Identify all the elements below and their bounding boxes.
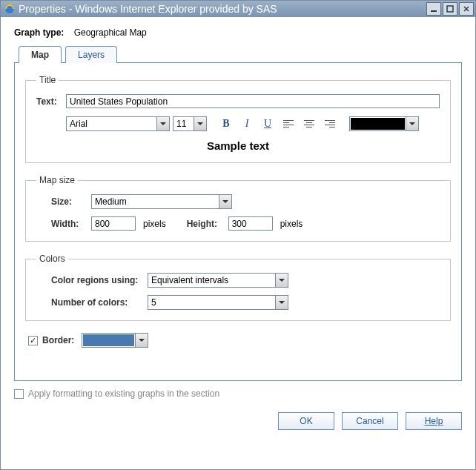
size-value: Medium <box>92 195 219 208</box>
tab-map[interactable]: Map <box>19 46 62 63</box>
maximize-button[interactable] <box>443 2 457 16</box>
properties-window: Properties - Windows Internet Explorer p… <box>0 0 476 470</box>
border-checkbox[interactable] <box>28 336 38 345</box>
font-size-value: 11 <box>173 117 194 130</box>
title-text-input[interactable] <box>66 94 440 108</box>
num-colors-select[interactable]: 5 <box>148 295 288 310</box>
align-right-icon <box>325 120 335 128</box>
map-size-legend: Map size <box>36 175 78 185</box>
ie-favicon <box>4 3 16 15</box>
size-label: Size: <box>51 196 91 207</box>
border-label: Border: <box>42 335 74 345</box>
color-regions-value: Equivalent intervals <box>148 274 275 287</box>
graph-type-label: Graph type: <box>14 27 64 38</box>
content-area: Graph type: Geographical Map Map Layers … <box>1 17 475 469</box>
align-center-button[interactable] <box>300 116 318 132</box>
apply-formatting-row: Apply formatting to existing graphs in t… <box>14 388 462 399</box>
svg-rect-1 <box>431 10 437 12</box>
num-colors-value: 5 <box>148 296 275 309</box>
align-right-button[interactable] <box>321 116 339 132</box>
graph-type-row: Graph type: Geographical Map <box>14 27 462 38</box>
chevron-down-icon <box>156 117 169 130</box>
sample-text: Sample text <box>36 139 440 152</box>
italic-button[interactable]: I <box>238 116 256 132</box>
title-fieldset: Title Text: Arial 11 <box>25 75 451 163</box>
align-left-icon <box>283 120 294 128</box>
map-size-fieldset: Map size Size: Medium Width: pixels Heig… <box>25 175 451 242</box>
colors-legend: Colors <box>36 254 68 264</box>
color-regions-label: Color regions using: <box>51 275 148 285</box>
border-row: Border: <box>28 333 451 348</box>
chevron-down-icon <box>275 274 288 287</box>
cancel-button[interactable]: Cancel <box>342 412 398 430</box>
font-size-select[interactable]: 11 <box>173 116 207 131</box>
size-select[interactable]: Medium <box>91 194 232 209</box>
width-label: Width: <box>51 219 91 229</box>
title-text-label: Text: <box>36 96 66 107</box>
apply-formatting-checkbox[interactable] <box>14 389 24 399</box>
text-color-swatch <box>351 118 405 130</box>
graph-type-value: Geographical Map <box>74 27 147 38</box>
color-regions-select[interactable]: Equivalent intervals <box>148 273 288 288</box>
width-input[interactable] <box>91 216 136 231</box>
text-color-select[interactable] <box>349 116 419 131</box>
chevron-down-icon <box>219 195 231 208</box>
border-color-swatch <box>83 334 134 346</box>
height-input[interactable] <box>228 216 273 231</box>
footer-buttons: OK Cancel Help <box>14 412 462 430</box>
apply-formatting-label: Apply formatting to existing graphs in t… <box>28 388 219 399</box>
tab-layers[interactable]: Layers <box>65 46 117 63</box>
minimize-button[interactable] <box>426 2 441 16</box>
align-left-button[interactable] <box>280 116 297 132</box>
align-center-icon <box>304 120 314 128</box>
font-family-select[interactable]: Arial <box>66 116 170 131</box>
underline-button[interactable]: U <box>259 116 277 132</box>
tab-panel-map: Title Text: Arial 11 <box>14 62 462 381</box>
title-legend: Title <box>36 75 59 85</box>
ok-button[interactable]: OK <box>278 412 334 430</box>
height-label: Height: <box>187 219 228 229</box>
bold-button[interactable]: B <box>217 116 235 132</box>
chevron-down-icon <box>406 117 418 130</box>
width-pixels-label: pixels <box>143 219 166 229</box>
height-pixels-label: pixels <box>280 219 303 229</box>
titlebar: Properties - Windows Internet Explorer p… <box>1 1 475 17</box>
tab-strip: Map Layers <box>19 45 462 62</box>
format-toolbar: Arial 11 B I U <box>66 116 419 132</box>
svg-rect-2 <box>447 6 453 12</box>
help-button[interactable]: Help <box>406 412 462 430</box>
colors-fieldset: Colors Color regions using: Equivalent i… <box>25 254 451 321</box>
font-family-value: Arial <box>67 117 156 130</box>
chevron-down-icon <box>275 296 288 309</box>
chevron-down-icon <box>194 117 206 130</box>
chevron-down-icon <box>135 334 148 347</box>
close-button[interactable] <box>459 2 474 16</box>
border-color-select[interactable] <box>82 333 148 348</box>
num-colors-label: Number of colors: <box>51 297 148 308</box>
window-title: Properties - Windows Internet Explorer p… <box>19 3 425 15</box>
